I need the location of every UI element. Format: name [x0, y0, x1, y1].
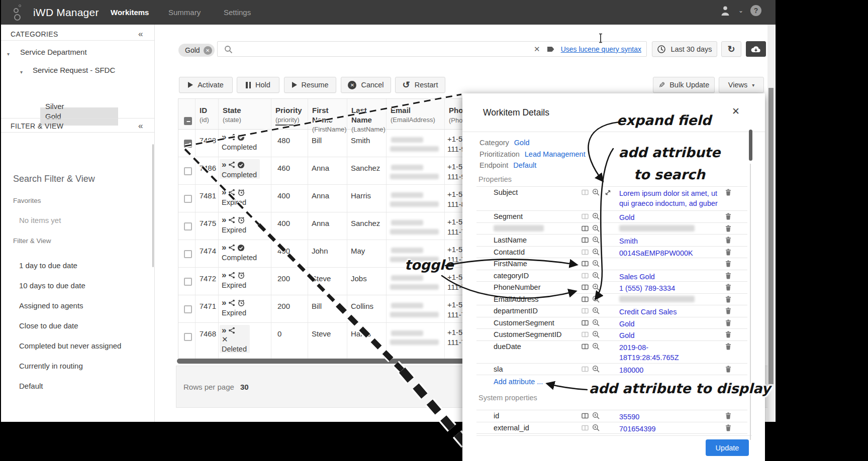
chevron-down-icon[interactable]: ⌄	[738, 7, 743, 14]
cancel-button[interactable]: ✕Cancel	[341, 77, 391, 93]
tab-settings[interactable]: Settings	[224, 8, 251, 17]
search-input[interactable]	[237, 42, 533, 56]
trash-icon[interactable]	[725, 307, 731, 316]
time-range-button[interactable]: Last 30 days	[652, 41, 717, 57]
tab-summary[interactable]: Summary	[168, 8, 201, 17]
page-scrollbar[interactable]	[767, 25, 775, 422]
property-value[interactable]: Smith	[619, 236, 732, 246]
resume-button[interactable]: Resume	[284, 77, 336, 93]
column-toggle-icon[interactable]	[582, 366, 589, 375]
property-value[interactable]: 180000	[619, 365, 732, 375]
search-attribute-icon[interactable]	[592, 295, 600, 305]
search-attribute-icon[interactable]	[592, 260, 600, 270]
download-button[interactable]	[746, 41, 766, 57]
property-value[interactable]: 2019-08- 18T19:28:45.765Z	[619, 342, 732, 363]
column-toggle-icon[interactable]	[582, 225, 589, 234]
views-dropdown[interactable]: Views▾	[719, 77, 764, 93]
search-attribute-icon[interactable]	[592, 330, 600, 340]
property-value[interactable]: Lorem ipsum dolor sit amet, ut qui graec…	[619, 188, 732, 208]
search-attribute-icon[interactable]	[592, 412, 600, 422]
help-icon[interactable]: ?	[750, 5, 761, 16]
search-attribute-icon[interactable]	[592, 212, 600, 222]
table-header-cell[interactable]: State (state)	[219, 99, 271, 129]
property-value[interactable]: Sales Gold	[619, 272, 732, 282]
sidebar-filter-item[interactable]: 10 days to due date	[1, 275, 154, 295]
chip-remove-icon[interactable]: ✕	[204, 46, 212, 55]
row-checkbox[interactable]	[184, 250, 192, 258]
tree-item-service-department[interactable]: Service Department	[20, 48, 87, 56]
panel-close-icon[interactable]: ✕	[732, 105, 740, 117]
column-toggle-icon[interactable]	[582, 412, 589, 421]
search-attribute-icon[interactable]	[592, 236, 600, 246]
add-attribute-link[interactable]: Add attribute ...	[494, 378, 543, 386]
property-value[interactable]: Gold	[619, 212, 732, 222]
column-toggle-icon[interactable]	[582, 272, 589, 281]
filter-view-collapse-icon[interactable]: «	[138, 121, 143, 131]
rows-per-page-value[interactable]: 30	[240, 383, 249, 391]
sidebar-filter-item[interactable]: Completed but never assigned	[1, 335, 154, 356]
lucene-syntax-link[interactable]: Uses lucene query syntax	[561, 45, 641, 53]
prioritization-link[interactable]: Lead Management	[525, 150, 586, 158]
trash-icon[interactable]	[725, 189, 731, 198]
trash-icon[interactable]	[725, 343, 731, 352]
table-header-cell[interactable]: First Name (FirstName)	[308, 99, 347, 129]
category-link[interactable]: Gold	[514, 139, 530, 147]
column-toggle-icon[interactable]	[582, 319, 589, 328]
sidebar-scrollbar[interactable]	[152, 144, 154, 267]
trash-icon[interactable]	[725, 272, 731, 281]
categories-collapse-icon[interactable]: «	[138, 29, 143, 39]
trash-icon[interactable]	[725, 366, 731, 375]
trash-icon[interactable]	[725, 319, 731, 328]
sidebar-filter-item[interactable]: Default	[1, 376, 154, 396]
restart-button[interactable]: ↺Restart	[395, 77, 445, 93]
search-attribute-icon[interactable]	[592, 188, 600, 198]
column-toggle-icon[interactable]	[582, 424, 589, 433]
tree-item-service-request-sfdc[interactable]: Service Request - SFDC	[33, 66, 115, 74]
trash-icon[interactable]	[725, 213, 731, 222]
expand-field-icon[interactable]	[605, 189, 611, 198]
activate-button[interactable]: Activate	[179, 77, 233, 93]
column-toggle-icon[interactable]	[582, 343, 589, 352]
search-attribute-icon[interactable]	[592, 342, 600, 353]
property-value[interactable]: 0014SaEMP8PW000K	[619, 248, 732, 258]
search-attribute-icon[interactable]	[592, 283, 600, 293]
column-toggle-icon[interactable]	[582, 260, 589, 269]
trash-icon[interactable]	[725, 237, 731, 246]
column-toggle-icon[interactable]	[582, 284, 589, 293]
search-attribute-icon[interactable]	[592, 424, 600, 434]
tab-workitems[interactable]: Workitems	[111, 8, 149, 17]
row-checkbox[interactable]	[184, 167, 192, 175]
table-header-cell[interactable]: Last Name (LastName)	[347, 99, 387, 129]
column-toggle-icon[interactable]	[582, 249, 589, 258]
column-toggle-icon[interactable]	[582, 307, 589, 316]
table-header-cell[interactable]: Priority (priority)	[271, 99, 308, 129]
update-button[interactable]: Update	[706, 439, 749, 456]
search-filter-view-title[interactable]: Search Filter & View	[13, 174, 95, 184]
sidebar-filter-item[interactable]: Close to due date	[1, 315, 154, 335]
search-attribute-icon[interactable]	[592, 224, 600, 235]
column-toggle-icon[interactable]	[582, 189, 589, 198]
property-value[interactable]: 35590	[619, 412, 732, 422]
property-value[interactable]: Gold	[619, 319, 732, 329]
tag-icon[interactable]	[546, 45, 555, 53]
row-checkbox[interactable]	[184, 305, 192, 313]
row-checkbox[interactable]	[184, 222, 192, 230]
tree-item-silver[interactable]: Silver	[45, 102, 64, 110]
endpoint-link[interactable]: Default	[513, 161, 536, 169]
trash-icon[interactable]	[725, 296, 731, 305]
search-attribute-icon[interactable]	[592, 272, 600, 282]
trash-icon[interactable]	[725, 225, 731, 234]
row-checkbox[interactable]	[184, 333, 192, 341]
hold-button[interactable]: Hold	[237, 77, 279, 93]
row-checkbox[interactable]	[184, 195, 192, 203]
property-value[interactable]: 701654399	[619, 424, 732, 434]
sidebar-filter-item[interactable]: Assigned to agents	[1, 295, 154, 315]
table-header-cell[interactable]: Email (EmailAddress)	[387, 99, 445, 129]
clear-search-icon[interactable]: ✕	[534, 45, 540, 54]
panel-scrollbar[interactable]	[749, 130, 752, 161]
property-value[interactable]: Credit Card Sales	[619, 307, 732, 317]
search-attribute-icon[interactable]	[592, 319, 600, 329]
column-toggle-icon[interactable]	[582, 237, 589, 246]
trash-icon[interactable]	[725, 260, 731, 269]
select-all-checkbox[interactable]	[184, 117, 192, 125]
